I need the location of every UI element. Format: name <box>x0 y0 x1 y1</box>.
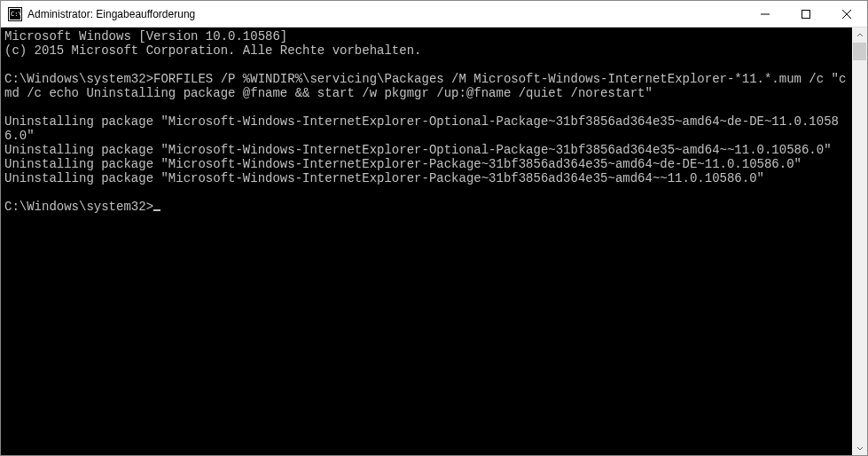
svg-rect-5 <box>802 10 810 18</box>
vertical-scrollbar[interactable] <box>852 28 867 455</box>
scrollbar-thumb[interactable] <box>853 43 866 60</box>
scroll-down-button[interactable] <box>852 440 867 455</box>
svg-text:C:\: C:\ <box>11 11 22 18</box>
console-line: Microsoft Windows [Version 10.0.10586] <box>4 29 287 43</box>
close-button[interactable] <box>826 1 867 27</box>
console-line: Uninstalling package "Microsoft-Windows-… <box>4 114 839 143</box>
console-prompt: C:\Windows\system32> <box>4 72 153 86</box>
console-output[interactable]: Microsoft Windows [Version 10.0.10586] (… <box>1 28 852 455</box>
cursor-icon <box>153 209 160 211</box>
maximize-button[interactable] <box>786 1 826 27</box>
window-title: Administrator: Eingabeaufforderung <box>27 8 745 20</box>
console-line: Uninstalling package "Microsoft-Windows-… <box>4 143 832 157</box>
titlebar[interactable]: C:\ Administrator: Eingabeaufforderung <box>1 1 867 28</box>
console-line: (c) 2015 Microsoft Corporation. Alle Rec… <box>4 43 421 58</box>
scroll-up-button[interactable] <box>852 28 867 43</box>
console-line: Uninstalling package "Microsoft-Windows-… <box>4 157 802 171</box>
window-controls <box>745 1 867 27</box>
console-line: Uninstalling package "Microsoft-Windows-… <box>4 171 764 185</box>
cmd-icon: C:\ <box>8 7 22 21</box>
console-prompt: C:\Windows\system32> <box>4 200 153 214</box>
scrollbar-track[interactable] <box>852 43 867 440</box>
minimize-button[interactable] <box>745 1 786 27</box>
console-area: Microsoft Windows [Version 10.0.10586] (… <box>1 28 867 455</box>
